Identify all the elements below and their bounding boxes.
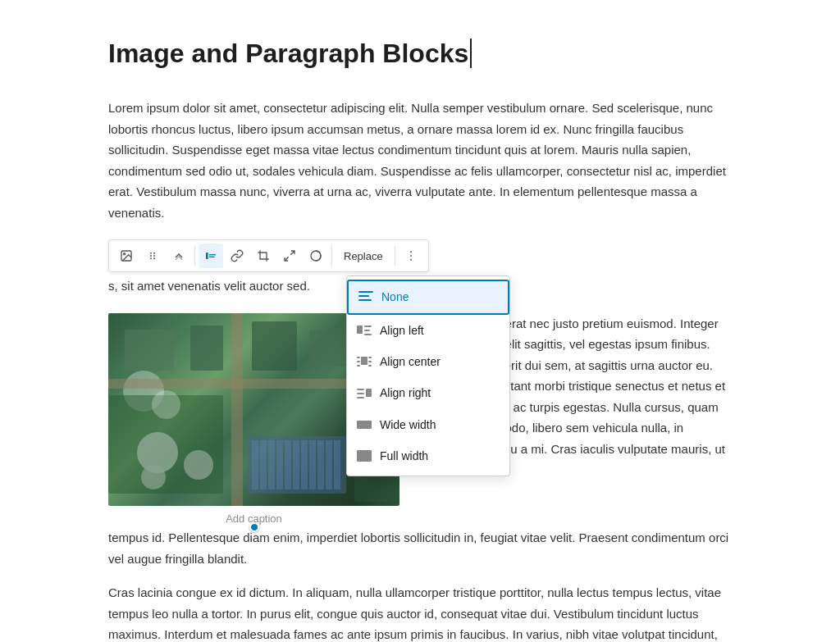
svg-rect-51 [293, 440, 299, 489]
image-block: Replace None [108, 239, 732, 642]
svg-rect-46 [252, 440, 258, 489]
replace-button[interactable]: Replace [336, 247, 391, 266]
svg-point-7 [153, 258, 155, 260]
paragraph-text-1[interactable]: Lorem ipsum dolor sit amet, consectetur … [108, 98, 732, 223]
svg-rect-21 [364, 334, 372, 335]
full-width-icon [357, 450, 372, 462]
page-title[interactable]: Image and Paragraph Blocks [108, 39, 472, 68]
move-block-button[interactable] [167, 244, 191, 268]
svg-rect-22 [361, 357, 368, 365]
svg-rect-52 [301, 440, 308, 489]
svg-rect-17 [358, 299, 372, 301]
svg-point-5 [153, 255, 155, 257]
svg-rect-56 [334, 440, 340, 489]
svg-point-4 [150, 255, 152, 257]
dropdown-wide-width-label: Wide width [380, 416, 436, 434]
dropdown-item-align-center[interactable]: Align center [347, 346, 509, 377]
svg-point-13 [410, 255, 412, 257]
image-icon-button[interactable] [114, 244, 139, 268]
filter-button[interactable] [304, 244, 328, 268]
svg-point-12 [410, 252, 412, 253]
dropdown-none-label: None [381, 288, 409, 306]
dropdown-item-none[interactable]: None [347, 280, 509, 314]
svg-rect-25 [357, 365, 360, 367]
dropdown-align-left-label: Align left [380, 321, 424, 339]
none-icon [358, 291, 373, 303]
svg-rect-39 [252, 321, 297, 371]
svg-rect-53 [309, 440, 316, 489]
svg-rect-54 [317, 440, 324, 489]
align-dropdown-menu: None Align left [346, 275, 510, 476]
svg-rect-34 [357, 450, 372, 462]
expand-button[interactable] [277, 244, 302, 268]
svg-rect-31 [357, 393, 364, 394]
svg-rect-30 [357, 389, 364, 390]
svg-rect-33 [357, 421, 372, 429]
editor-container: Image and Paragraph Blocks Lorem ipsum d… [84, 0, 756, 642]
svg-rect-47 [260, 440, 267, 489]
svg-rect-38 [190, 326, 223, 371]
paragraph-text-4[interactable]: Cras lacinia congue ex id dictum. In ali… [108, 582, 732, 642]
align-center-icon [357, 356, 372, 367]
wide-width-icon [357, 419, 372, 430]
dropdown-align-right-label: Align right [380, 384, 431, 402]
dropdown-full-width-label: Full width [380, 447, 428, 465]
toolbar-divider-2 [331, 246, 332, 266]
align-button[interactable] [199, 244, 223, 268]
svg-rect-50 [285, 440, 291, 489]
crop-button[interactable] [251, 244, 276, 268]
drag-handle-button[interactable] [140, 244, 165, 268]
svg-rect-15 [358, 291, 373, 293]
svg-rect-10 [209, 257, 215, 257]
more-options-button[interactable] [399, 244, 423, 268]
dropdown-item-wide-width[interactable]: Wide width [347, 409, 509, 440]
block-toolbar: Replace [108, 239, 429, 272]
toolbar-divider-1 [194, 246, 195, 266]
resize-handle-bottom[interactable] [249, 522, 259, 532]
dropdown-item-full-width[interactable]: Full width [347, 440, 509, 471]
svg-point-6 [150, 258, 152, 260]
svg-rect-36 [231, 313, 243, 506]
paragraph-text-3[interactable]: tempus id. Pellentesque diam enim, imper… [108, 527, 732, 569]
svg-rect-9 [209, 254, 216, 255]
svg-point-14 [410, 259, 412, 261]
paragraph-block-1: Lorem ipsum dolor sit amet, consectetur … [108, 98, 732, 223]
svg-rect-23 [357, 357, 360, 358]
svg-rect-19 [364, 326, 372, 327]
align-left-icon [357, 325, 372, 336]
svg-rect-57 [108, 395, 223, 494]
dropdown-item-align-right[interactable]: Align right [347, 377, 509, 408]
svg-rect-37 [125, 330, 174, 371]
svg-rect-55 [326, 440, 332, 489]
svg-rect-40 [309, 330, 350, 367]
svg-rect-32 [357, 397, 364, 398]
svg-rect-20 [364, 330, 370, 331]
svg-rect-16 [358, 295, 369, 297]
svg-rect-28 [368, 365, 372, 367]
svg-rect-8 [206, 253, 208, 259]
svg-rect-18 [357, 326, 363, 334]
svg-rect-49 [276, 440, 283, 489]
svg-rect-26 [368, 357, 372, 358]
dropdown-item-align-left[interactable]: Align left [347, 315, 509, 346]
svg-rect-29 [366, 389, 372, 397]
dropdown-align-center-label: Align center [380, 353, 441, 371]
svg-rect-27 [368, 361, 372, 362]
toolbar-divider-3 [395, 246, 395, 266]
svg-point-2 [150, 253, 152, 254]
svg-point-3 [153, 253, 155, 254]
svg-rect-24 [357, 361, 360, 362]
link-button[interactable] [225, 244, 249, 268]
align-right-icon [357, 388, 372, 399]
svg-rect-48 [268, 440, 275, 489]
svg-point-1 [124, 253, 126, 255]
